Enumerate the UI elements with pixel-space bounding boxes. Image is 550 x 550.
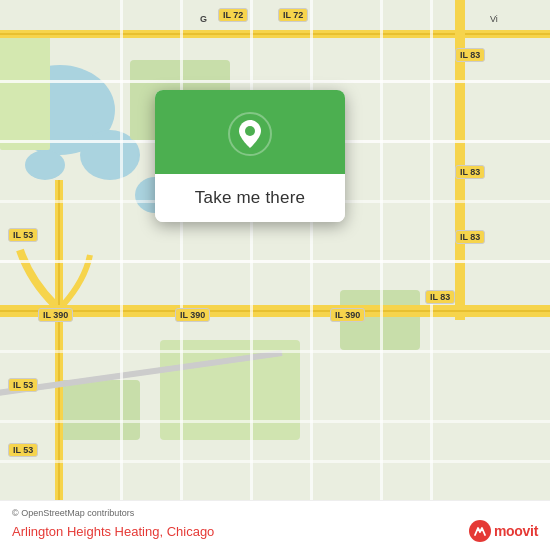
road-label-il390c: IL 390 <box>330 308 365 322</box>
road-label-il390b: IL 390 <box>175 308 210 322</box>
svg-text:G: G <box>200 14 207 24</box>
svg-text:Vi: Vi <box>490 14 498 24</box>
road-label-il72: IL 72 <box>218 8 248 22</box>
svg-rect-14 <box>58 180 60 500</box>
svg-rect-30 <box>430 0 433 500</box>
road-label-il83c: IL 83 <box>455 230 485 244</box>
svg-rect-23 <box>0 420 550 423</box>
svg-point-34 <box>245 126 255 136</box>
svg-point-3 <box>25 150 65 180</box>
moovit-logo-icon <box>469 520 491 542</box>
svg-rect-28 <box>310 0 313 500</box>
popup-header <box>155 90 345 174</box>
road-label-il53a: IL 53 <box>8 228 38 242</box>
road-label-il83b: IL 83 <box>455 165 485 179</box>
svg-rect-25 <box>120 0 123 500</box>
svg-rect-9 <box>60 380 140 440</box>
popup-tail <box>240 221 260 222</box>
bottom-location-row: Arlington Heights Heating, Chicago moovi… <box>12 520 538 542</box>
take-me-there-button[interactable]: Take me there <box>155 174 345 222</box>
location-label: Arlington Heights Heating, Chicago <box>12 524 214 539</box>
svg-rect-11 <box>0 33 550 35</box>
road-label-il390a: IL 390 <box>38 308 73 322</box>
svg-rect-22 <box>0 350 550 353</box>
svg-rect-27 <box>250 0 253 500</box>
popup-card: Take me there <box>155 90 345 222</box>
moovit-text: moovit <box>494 523 538 539</box>
map-container: G Vi IL 72 IL 72 IL 83 IL 83 IL 83 IL 83… <box>0 0 550 550</box>
svg-rect-24 <box>0 460 550 463</box>
svg-rect-26 <box>180 0 183 500</box>
road-label-il53b: IL 53 <box>8 378 38 392</box>
svg-rect-29 <box>380 0 383 500</box>
road-label-il83d: IL 83 <box>425 290 455 304</box>
moovit-logo: moovit <box>469 520 538 542</box>
location-pin-icon <box>228 112 272 156</box>
road-label-il83a: IL 83 <box>455 48 485 62</box>
attribution-text: © OpenStreetMap contributors <box>12 508 538 518</box>
svg-rect-21 <box>0 260 550 263</box>
svg-rect-6 <box>0 30 50 150</box>
road-label-il72b: IL 72 <box>278 8 308 22</box>
road-label-il53c: IL 53 <box>8 443 38 457</box>
bottom-bar: © OpenStreetMap contributors Arlington H… <box>0 500 550 550</box>
svg-rect-18 <box>0 80 550 83</box>
svg-rect-17 <box>0 310 550 312</box>
